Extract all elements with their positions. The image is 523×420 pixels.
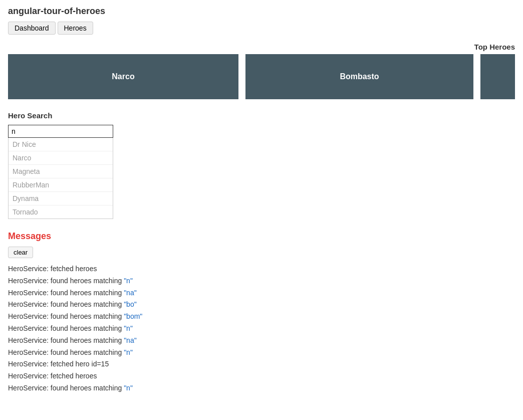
- message-line: HeroService: fetched heroes: [8, 370, 515, 382]
- message-highlight: "n": [124, 348, 133, 356]
- nav-bar: Dashboard Heroes: [8, 22, 515, 35]
- clear-button[interactable]: clear: [8, 247, 33, 258]
- search-result-rubberman[interactable]: RubberMan: [9, 178, 113, 192]
- search-result-dr-nice[interactable]: Dr Nice: [9, 138, 113, 151]
- hero-cards: Narco Bombasto: [8, 54, 515, 99]
- top-heroes-label: Top Heroes: [8, 43, 515, 51]
- message-prefix: HeroService: fetched hero id=15: [8, 360, 109, 368]
- message-prefix: HeroService: fetched heroes: [8, 265, 97, 273]
- hero-card-narco[interactable]: Narco: [8, 54, 238, 99]
- message-prefix: HeroService: found heroes matching: [8, 336, 124, 344]
- message-line: HeroService: found heroes matching "na": [8, 287, 515, 299]
- message-line: HeroService: found heroes matching "na": [8, 335, 515, 347]
- search-result-tornado[interactable]: Tornado: [9, 205, 113, 219]
- hero-search-title: Hero Search: [8, 111, 515, 120]
- message-line: HeroService: found heroes matching "n": [8, 323, 515, 335]
- message-highlight: "na": [124, 289, 137, 297]
- hero-search-input[interactable]: [8, 125, 113, 138]
- message-line: HeroService: found heroes matching "n": [8, 275, 515, 287]
- message-prefix: HeroService: found heroes matching: [8, 324, 124, 332]
- message-prefix: HeroService: found heroes matching: [8, 384, 124, 392]
- search-result-dynama[interactable]: Dynama: [9, 192, 113, 205]
- message-highlight: "bo": [124, 300, 137, 308]
- message-highlight: "na": [124, 336, 137, 344]
- nav-heroes[interactable]: Heroes: [58, 22, 93, 35]
- search-result-magneta[interactable]: Magneta: [9, 165, 113, 178]
- message-highlight: "n": [124, 277, 133, 285]
- message-highlight: "n": [124, 324, 133, 332]
- message-highlight: "n": [124, 384, 133, 392]
- message-prefix: HeroService: found heroes matching: [8, 312, 124, 320]
- message-line: HeroService: found heroes matching "n": [8, 382, 515, 394]
- hero-card-bombasto[interactable]: Bombasto: [245, 54, 473, 99]
- message-log: HeroService: fetched heroesHeroService: …: [8, 263, 515, 394]
- message-line: HeroService: found heroes matching "bom": [8, 311, 515, 323]
- hero-card-partial[interactable]: [480, 54, 515, 99]
- app-title: angular-tour-of-heroes: [8, 6, 515, 17]
- message-prefix: HeroService: found heroes matching: [8, 348, 124, 356]
- top-heroes-section: Top Heroes Narco Bombasto: [8, 43, 515, 99]
- messages-section: Messages clear HeroService: fetched hero…: [8, 231, 515, 394]
- hero-search-section: Hero Search Dr Nice Narco Magneta Rubber…: [8, 111, 515, 219]
- message-prefix: HeroService: found heroes matching: [8, 289, 124, 297]
- search-results-list: Dr Nice Narco Magneta RubberMan Dynama T…: [8, 138, 113, 219]
- message-line: HeroService: fetched hero id=15: [8, 358, 515, 370]
- message-line: HeroService: found heroes matching "n": [8, 347, 515, 359]
- message-line: HeroService: fetched heroes: [8, 263, 515, 275]
- message-line: HeroService: found heroes matching "bo": [8, 299, 515, 311]
- messages-title: Messages: [8, 231, 515, 242]
- search-result-narco[interactable]: Narco: [9, 151, 113, 165]
- message-prefix: HeroService: found heroes matching: [8, 300, 124, 308]
- message-prefix: HeroService: fetched heroes: [8, 372, 97, 380]
- message-highlight: "bom": [124, 312, 142, 320]
- message-prefix: HeroService: found heroes matching: [8, 277, 124, 285]
- nav-dashboard[interactable]: Dashboard: [8, 22, 56, 35]
